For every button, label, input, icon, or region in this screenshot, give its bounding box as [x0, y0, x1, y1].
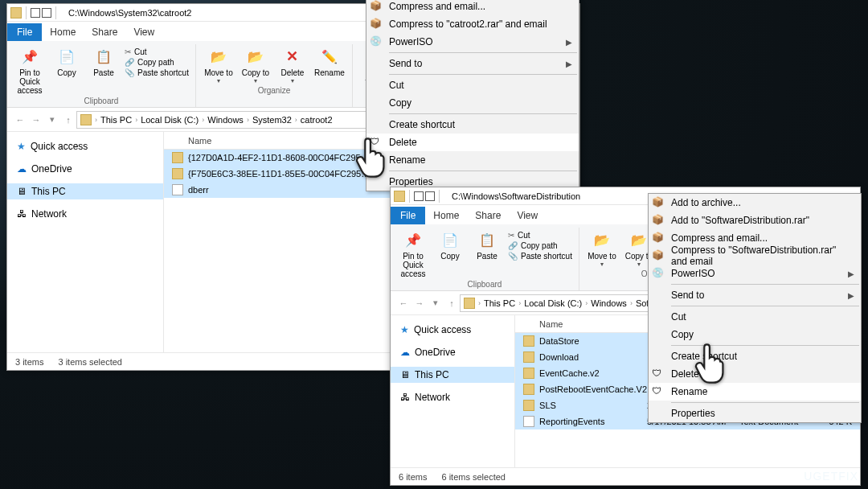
- sidebar-onedrive[interactable]: ☁OneDrive: [391, 344, 514, 360]
- delete-button[interactable]: ✕Delete: [276, 46, 309, 84]
- history-button[interactable]: ▾: [44, 114, 60, 125]
- context-menu-label: Create shortcut: [389, 119, 455, 130]
- group-clipboard-label: Clipboard: [397, 280, 572, 290]
- context-menu-item[interactable]: Send to▶: [649, 286, 861, 304]
- context-menu-item[interactable]: Create shortcut: [366, 116, 579, 134]
- row-name: EventCache.v2: [539, 368, 647, 378]
- sidebar-thispc[interactable]: 🖥This PC: [7, 183, 163, 199]
- qat-icon[interactable]: [42, 8, 51, 18]
- context-menu-label: Rename: [671, 386, 707, 397]
- pin-button[interactable]: 📌Pin to Quick access: [397, 229, 429, 278]
- submenu-arrow-icon: ▶: [848, 291, 854, 300]
- crumb[interactable]: Windows: [591, 298, 627, 308]
- disc-icon: 💿: [652, 267, 665, 280]
- cut-button[interactable]: Cut: [125, 47, 189, 56]
- tab-view[interactable]: View: [509, 207, 546, 224]
- cut-button[interactable]: Cut: [508, 231, 572, 240]
- shield-icon: 🛡: [652, 368, 665, 380]
- context-menu-item[interactable]: Send to▶: [366, 55, 579, 72]
- tab-file[interactable]: File: [391, 207, 425, 224]
- pin-button[interactable]: 📌Pin to Quick access: [14, 46, 46, 95]
- forward-button[interactable]: →: [28, 115, 44, 125]
- context-menu-item[interactable]: 📦Compress and email...: [366, 0, 579, 15]
- sidebar-quick-access[interactable]: ★Quick access: [391, 322, 514, 338]
- history-button[interactable]: ▾: [428, 298, 444, 308]
- crumb[interactable]: This PC: [484, 298, 515, 308]
- move-to-button[interactable]: 📂Move to: [203, 46, 235, 84]
- context-menu-item[interactable]: 🛡Rename: [649, 383, 861, 401]
- context-menu-item[interactable]: 📦Add to archive...: [649, 194, 861, 212]
- tab-home[interactable]: Home: [42, 23, 84, 41]
- tab-share[interactable]: Share: [84, 23, 125, 41]
- context-menu-item[interactable]: Cut: [649, 308, 861, 326]
- tab-share[interactable]: Share: [467, 207, 509, 224]
- back-button[interactable]: ←: [395, 298, 411, 308]
- folder-icon: [394, 191, 405, 202]
- status-selected: 6 items selected: [441, 472, 505, 482]
- sidebar-thispc[interactable]: 🖥This PC: [391, 367, 514, 383]
- qat-icon[interactable]: [425, 191, 435, 201]
- context-menu-item[interactable]: 🛡Delete: [649, 365, 861, 383]
- row-name: PostRebootEventCache.V2: [539, 384, 647, 394]
- qat-icon[interactable]: [414, 191, 424, 201]
- paste-button[interactable]: 📋Paste: [471, 229, 503, 261]
- context-menu-item[interactable]: 🛡Delete: [366, 134, 579, 151]
- forward-button[interactable]: →: [411, 298, 428, 308]
- file-icon: [523, 416, 534, 427]
- watermark: UGETFIX: [804, 470, 858, 483]
- copy-button[interactable]: 📄Copy: [51, 46, 83, 77]
- context-menu-item[interactable]: 📦Compress to "SoftwareDistribution.rar" …: [649, 247, 861, 265]
- context-menu-item[interactable]: 📦Compress to "catroot2.rar" and email: [366, 15, 579, 33]
- status-selected: 3 items selected: [58, 357, 121, 367]
- context-menu-label: PowerISO: [389, 36, 433, 47]
- copy-path-button[interactable]: 🔗 Copy path: [508, 241, 572, 250]
- move-to-button[interactable]: 📂Move to: [586, 229, 618, 268]
- context-menu-label: Send to: [389, 58, 422, 69]
- context-menu-item[interactable]: Cut: [366, 76, 579, 94]
- row-name: ReportingEvents: [539, 417, 647, 426]
- archive-icon: 📦: [652, 232, 665, 244]
- crumb[interactable]: Local Disk (C:): [524, 298, 582, 308]
- context-menu-label: PowerISO: [671, 268, 715, 279]
- rename-button[interactable]: ✏️Rename: [313, 46, 346, 77]
- context-menu-label: Compress and email...: [671, 232, 768, 244]
- paste-shortcut-button[interactable]: 📎 Paste shortcut: [125, 68, 189, 77]
- context-menu-label: Send to: [671, 290, 704, 301]
- back-button[interactable]: ←: [12, 115, 28, 125]
- context-menu-item[interactable]: 📦Add to "SoftwareDistribution.rar": [649, 212, 861, 229]
- context-menu-item[interactable]: Properties: [649, 405, 861, 422]
- context-menu-item[interactable]: Copy: [366, 94, 579, 112]
- row-name: SLS: [539, 401, 647, 410]
- up-button[interactable]: ↑: [60, 115, 76, 125]
- sidebar-onedrive[interactable]: ☁OneDrive: [7, 161, 163, 177]
- context-menu-item[interactable]: 🛡Rename: [366, 151, 579, 169]
- sidebar-network[interactable]: 🖧Network: [7, 206, 163, 222]
- qat-icon[interactable]: [31, 8, 40, 18]
- tab-file[interactable]: File: [7, 23, 42, 41]
- window-title: C:\Windows\SoftwareDistribution: [452, 191, 580, 201]
- crumb[interactable]: Local Disk (C:): [141, 115, 199, 125]
- crumb[interactable]: catroot2: [301, 115, 333, 125]
- context-menu-item[interactable]: 💿PowerISO▶: [649, 265, 861, 282]
- copy-path-button[interactable]: 🔗 Copy path: [125, 58, 189, 67]
- paste-button[interactable]: 📋Paste: [88, 46, 120, 77]
- submenu-arrow-icon: ▶: [566, 60, 572, 68]
- crumb[interactable]: System32: [252, 115, 292, 125]
- sidebar-quick-access[interactable]: ★Quick access: [7, 138, 163, 154]
- sidebar-network[interactable]: 🖧Network: [391, 389, 514, 405]
- tab-home[interactable]: Home: [425, 207, 467, 224]
- copy-to-button[interactable]: 📂Copy to: [240, 46, 272, 84]
- context-menu-item[interactable]: Create shortcut: [649, 347, 861, 365]
- paste-shortcut-button[interactable]: 📎 Paste shortcut: [508, 252, 572, 261]
- context-menu-item[interactable]: Copy: [649, 326, 861, 343]
- context-menu-item[interactable]: 💿PowerISO▶: [366, 33, 579, 51]
- crumb[interactable]: Windows: [207, 115, 244, 125]
- crumb[interactable]: This PC: [100, 115, 132, 125]
- copy-button[interactable]: 📄Copy: [434, 229, 466, 261]
- window-title: C:\Windows\System32\catroot2: [68, 8, 191, 18]
- nav-sidebar: ★Quick access ☁OneDrive 🖥This PC 🖧Networ…: [391, 315, 515, 467]
- row-name: Download: [539, 352, 647, 362]
- up-button[interactable]: ↑: [444, 298, 460, 308]
- tab-view[interactable]: View: [125, 23, 162, 41]
- disc-icon: 💿: [370, 35, 383, 48]
